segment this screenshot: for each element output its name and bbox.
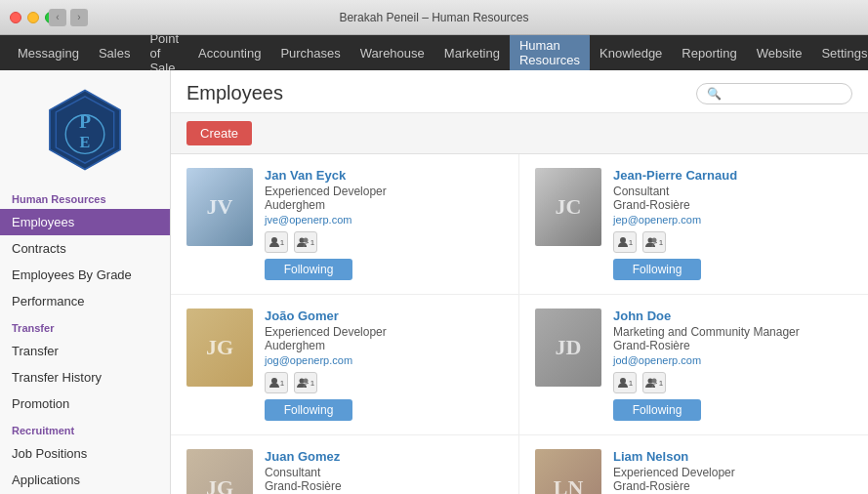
employees-grid: JV Jan Van Eyck Experienced Developer Au…: [171, 154, 868, 494]
employee-info: Jan Van Eyck Experienced Developer Auder…: [265, 168, 503, 280]
sidebar-item-job-positions[interactable]: Job Positions: [0, 440, 170, 467]
employee-actions: 1 1: [265, 231, 503, 253]
employee-location: Grand-Rosière: [613, 479, 852, 493]
nav-arrows: ‹ ›: [49, 9, 88, 26]
content-header: Employees 🔍: [171, 70, 868, 113]
back-arrow[interactable]: ‹: [49, 9, 66, 26]
following-button[interactable]: Following: [613, 259, 701, 280]
sidebar-item-transfer[interactable]: Transfer: [0, 338, 170, 364]
menubar-item-reporting[interactable]: Reporting: [672, 40, 746, 66]
search-input[interactable]: [725, 87, 843, 101]
sidebar-section-hr: Human Resources: [0, 185, 170, 209]
employee-role: Experienced Developer: [265, 325, 503, 339]
menubar-item-sales[interactable]: Sales: [89, 40, 141, 66]
titlebar: ‹ › Berakah Peneil – Human Resources: [0, 0, 868, 35]
svg-point-10: [651, 238, 656, 243]
employee-card: JG Juan Gomez Consultant Grand-Rosière 1…: [171, 435, 519, 494]
sidebar-section-recruitment: Recruitment: [0, 417, 170, 440]
employee-name[interactable]: John Doe: [613, 309, 852, 323]
employee-role: Experienced Developer: [613, 466, 852, 479]
employee-name[interactable]: Juan Gomez: [265, 449, 503, 464]
employee-action-2[interactable]: 1: [294, 231, 317, 253]
sidebar-item-transfer-history[interactable]: Transfer History: [0, 364, 170, 391]
employee-role: Marketing and Community Manager: [613, 325, 852, 339]
menubar-item-messaging[interactable]: Messaging: [8, 40, 89, 66]
sidebar-item-promotion[interactable]: Promotion: [0, 391, 170, 417]
employee-card: JC Jean-Pierre Carnaud Consultant Grand-…: [519, 154, 868, 295]
window-title: Berakah Peneil – Human Resources: [339, 11, 528, 24]
employee-photo: JD: [535, 309, 601, 387]
employee-info: Liam Nelson Experienced Developer Grand-…: [613, 449, 852, 494]
menubar-item-human-resources[interactable]: Human Resources: [510, 32, 590, 73]
svg-point-16: [651, 379, 656, 384]
employee-name[interactable]: Jean-Pierre Carnaud: [613, 168, 852, 183]
employee-email[interactable]: jep@openerp.com: [613, 214, 852, 226]
employee-card: JV Jan Van Eyck Experienced Developer Au…: [171, 154, 519, 295]
following-button[interactable]: Following: [265, 399, 352, 421]
sidebar-item-employees-by-grade[interactable]: Employees By Grade: [0, 262, 170, 288]
sidebar-item-performance[interactable]: Performance: [0, 288, 170, 314]
employee-location: Grand-Rosière: [613, 339, 852, 352]
employee-action-1[interactable]: 1: [613, 372, 637, 393]
toolbar: Create: [171, 113, 868, 154]
sidebar-item-employees[interactable]: Employees: [0, 209, 170, 235]
employee-info: John Doe Marketing and Community Manager…: [613, 309, 852, 421]
svg-point-7: [303, 238, 308, 243]
employee-photo: LN: [535, 449, 601, 494]
employee-actions: 1 1: [265, 372, 503, 393]
employee-photo: JG: [186, 449, 253, 494]
employee-card: JD John Doe Marketing and Community Mana…: [519, 295, 868, 435]
employee-action-2[interactable]: 1: [642, 231, 666, 253]
employee-action-1[interactable]: 1: [613, 231, 637, 253]
employee-role: Consultant: [613, 185, 852, 198]
menubar-item-website[interactable]: Website: [747, 40, 812, 66]
employee-name[interactable]: Jan Van Eyck: [265, 168, 503, 183]
following-button[interactable]: Following: [265, 259, 352, 280]
sidebar-item-applications[interactable]: Applications: [0, 467, 170, 493]
employee-photo: JV: [186, 168, 253, 246]
employee-info: Jean-Pierre Carnaud Consultant Grand-Ros…: [613, 168, 852, 280]
sidebar-item-contracts[interactable]: Contracts: [0, 235, 170, 262]
menubar-item-settings[interactable]: Settings: [811, 40, 868, 66]
employee-role: Experienced Developer: [265, 185, 503, 198]
close-button[interactable]: [10, 12, 21, 23]
employee-name[interactable]: Liam Nelson: [613, 449, 852, 464]
employee-action-2[interactable]: 1: [642, 372, 666, 393]
create-button[interactable]: Create: [186, 121, 252, 145]
forward-arrow[interactable]: ›: [70, 9, 88, 26]
employee-card: JG João Gomer Experienced Developer Aude…: [171, 295, 519, 435]
employee-email[interactable]: jve@openerp.com: [265, 214, 503, 226]
employee-card: LN Liam Nelson Experienced Developer Gra…: [519, 435, 868, 494]
svg-text:P: P: [79, 110, 91, 132]
minimize-button[interactable]: [27, 12, 39, 23]
employee-action-1[interactable]: 1: [265, 372, 288, 393]
employee-actions: 1 1: [613, 372, 852, 393]
employee-info: João Gomer Experienced Developer Audergh…: [265, 309, 503, 421]
menubar: MessagingSalesPoint of SaleAccountingPur…: [0, 35, 868, 70]
sidebar: P E Human Resources Employees Contracts …: [0, 70, 171, 494]
employee-location: Grand-Rosière: [613, 198, 852, 212]
employee-name[interactable]: João Gomer: [265, 309, 503, 323]
employee-location: Auderghem: [265, 198, 503, 212]
menubar-item-warehouse[interactable]: Warehouse: [351, 40, 434, 66]
employee-role: Consultant: [265, 466, 503, 479]
page-title: Employees: [186, 82, 283, 104]
employee-email[interactable]: jog@openerp.com: [265, 354, 503, 366]
menubar-item-accounting[interactable]: Accounting: [188, 40, 270, 66]
company-logo: P E: [41, 86, 129, 174]
search-box[interactable]: 🔍: [696, 83, 852, 104]
logo-area: P E: [0, 70, 170, 185]
menubar-item-purchases[interactable]: Purchases: [270, 40, 350, 66]
employee-action-1[interactable]: 1: [265, 231, 288, 253]
employee-action-2[interactable]: 1: [294, 372, 317, 393]
employee-location: Grand-Rosière: [265, 479, 503, 493]
content-area: Employees 🔍 Create JV Jan Van Eyck Exper…: [171, 70, 868, 494]
menubar-item-marketing[interactable]: Marketing: [434, 40, 510, 66]
svg-point-13: [303, 379, 308, 384]
menubar-item-knowledge[interactable]: Knowledge: [590, 40, 672, 66]
employee-location: Auderghem: [265, 339, 503, 352]
following-button[interactable]: Following: [613, 399, 701, 421]
employee-email[interactable]: jod@openerp.com: [613, 354, 852, 366]
sidebar-section-transfer: Transfer: [0, 314, 170, 338]
main-layout: P E Human Resources Employees Contracts …: [0, 70, 868, 494]
